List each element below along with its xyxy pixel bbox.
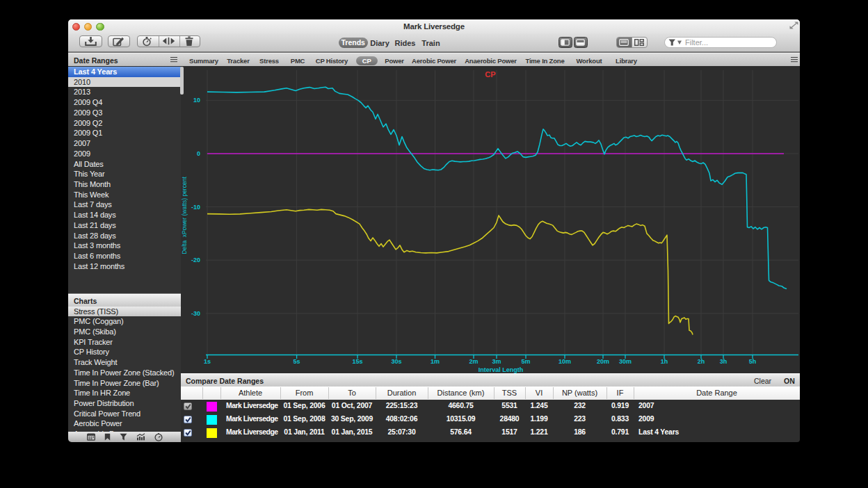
svg-text:CP: CP bbox=[485, 70, 495, 79]
svg-text:2h: 2h bbox=[698, 358, 705, 365]
svg-text:2m: 2m bbox=[469, 358, 478, 365]
svg-text:20m: 20m bbox=[597, 358, 609, 365]
svg-text:-20: -20 bbox=[191, 257, 200, 263]
svg-text:1m: 1m bbox=[431, 358, 440, 365]
svg-text:10: 10 bbox=[193, 97, 200, 104]
svg-text:-10: -10 bbox=[191, 204, 200, 211]
svg-text:30m: 30m bbox=[619, 358, 632, 365]
svg-text:1s: 1s bbox=[204, 358, 211, 365]
svg-text:30s: 30s bbox=[391, 358, 401, 365]
svg-text:Interval Length: Interval Length bbox=[479, 366, 524, 373]
svg-text:10m: 10m bbox=[558, 358, 571, 365]
svg-text:Delta xPower (watts) percent: Delta xPower (watts) percent bbox=[181, 177, 188, 254]
svg-text:3h: 3h bbox=[720, 358, 728, 365]
svg-text:-30: -30 bbox=[191, 310, 200, 317]
svg-text:5h: 5h bbox=[749, 358, 757, 365]
svg-text:5m: 5m bbox=[521, 358, 530, 365]
svg-text:3m: 3m bbox=[492, 358, 501, 365]
svg-text:1h: 1h bbox=[661, 358, 668, 365]
svg-text:15s: 15s bbox=[352, 358, 362, 365]
svg-text:0: 0 bbox=[197, 150, 200, 157]
svg-text:5s: 5s bbox=[294, 358, 300, 365]
